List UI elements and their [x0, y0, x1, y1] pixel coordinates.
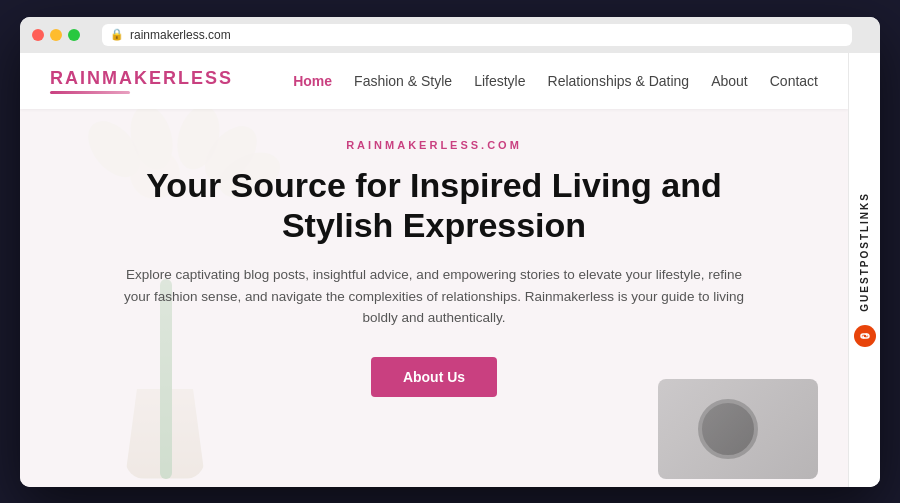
nav-fashion[interactable]: Fashion & Style [354, 73, 452, 89]
address-bar[interactable]: 🔒 rainmakerless.com [102, 24, 852, 46]
nav-about[interactable]: About [711, 73, 748, 89]
browser-window: 🔒 rainmakerless.com RAINMAKERLESS Home F… [20, 17, 880, 487]
nav-home[interactable]: Home [293, 73, 332, 89]
logo-text: RAINMAKERLESS [50, 68, 233, 89]
close-button[interactable] [32, 29, 44, 41]
hero-subtitle: Explore captivating blog posts, insightf… [124, 264, 744, 329]
main-nav: RAINMAKERLESS Home Fashion & Style Lifes… [20, 53, 848, 109]
side-panel[interactable]: GUESTPOSTLINKS [848, 53, 880, 487]
nav-lifestyle[interactable]: Lifestyle [474, 73, 525, 89]
browser-titlebar: 🔒 rainmakerless.com [20, 17, 880, 53]
nav-links: Home Fashion & Style Lifestyle Relations… [293, 72, 818, 90]
hero-title: Your Source for Inspired Living and Styl… [94, 165, 774, 247]
website: RAINMAKERLESS Home Fashion & Style Lifes… [20, 53, 848, 487]
maximize-button[interactable] [68, 29, 80, 41]
minimize-button[interactable] [50, 29, 62, 41]
logo-underline [50, 91, 130, 94]
side-panel-label: GUESTPOSTLINKS [859, 192, 870, 312]
url-text: rainmakerless.com [130, 28, 231, 42]
hero-section: RAINMAKERLESS.COM Your Source for Inspir… [20, 109, 848, 479]
lock-icon: 🔒 [110, 28, 124, 41]
nav-relationships[interactable]: Relationships & Dating [548, 73, 690, 89]
chain-icon [858, 329, 872, 343]
site-logo[interactable]: RAINMAKERLESS [50, 68, 233, 94]
nav-contact[interactable]: Contact [770, 73, 818, 89]
hero-domain-label: RAINMAKERLESS.COM [80, 139, 788, 151]
camera-lens [698, 399, 758, 459]
cta-button[interactable]: About Us [371, 357, 497, 397]
browser-content: RAINMAKERLESS Home Fashion & Style Lifes… [20, 53, 880, 487]
side-panel-icon[interactable] [854, 325, 876, 347]
hero-content: RAINMAKERLESS.COM Your Source for Inspir… [80, 139, 788, 397]
